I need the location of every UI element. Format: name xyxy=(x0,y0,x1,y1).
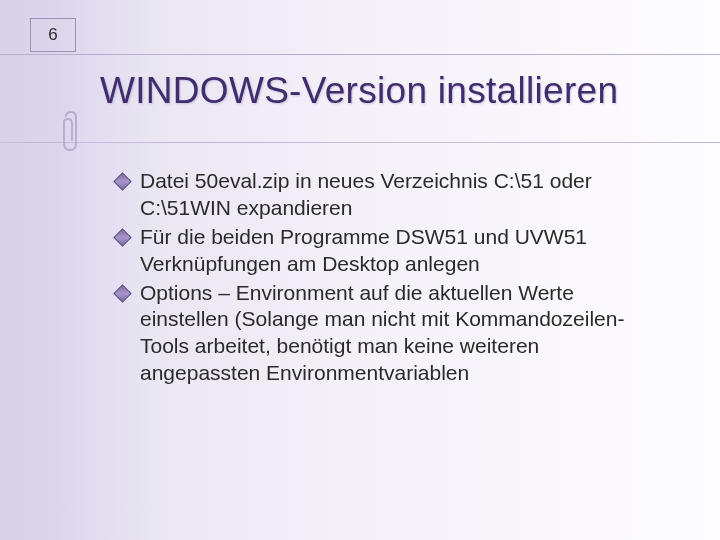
bullet-text: Options – Environment auf die aktuellen … xyxy=(140,281,624,385)
list-item: Options – Environment auf die aktuellen … xyxy=(116,280,650,388)
page-number-box: 6 xyxy=(30,18,76,52)
slide-title: WINDOWS-Version installieren xyxy=(100,70,690,112)
slide-content: Datei 50eval.zip in neues Verzeichnis C:… xyxy=(116,168,650,389)
page-number: 6 xyxy=(48,25,57,45)
list-item: Datei 50eval.zip in neues Verzeichnis C:… xyxy=(116,168,650,222)
bullet-text: Datei 50eval.zip in neues Verzeichnis C:… xyxy=(140,169,592,219)
bullet-text: Für die beiden Programme DSW51 und UVW51… xyxy=(140,225,587,275)
list-item: Für die beiden Programme DSW51 und UVW51… xyxy=(116,224,650,278)
paperclip-icon xyxy=(58,110,84,154)
